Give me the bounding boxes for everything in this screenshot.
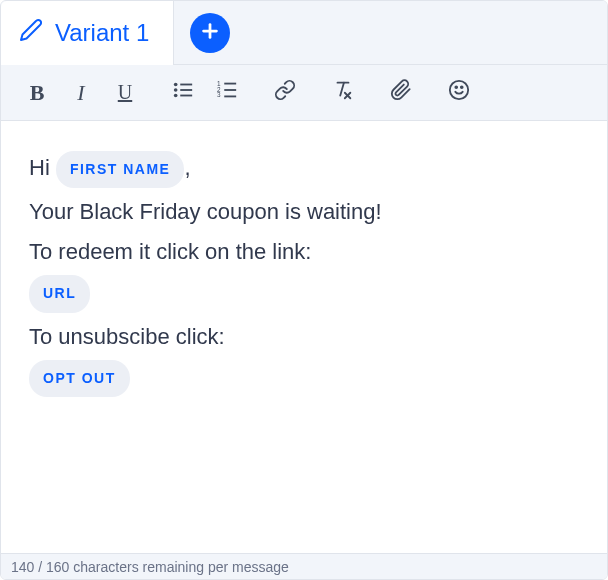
svg-point-16 bbox=[461, 86, 463, 88]
text: Hi bbox=[29, 155, 56, 180]
numbered-list-button[interactable]: 123 bbox=[205, 71, 249, 115]
link-icon bbox=[274, 79, 296, 106]
link-button[interactable] bbox=[263, 71, 307, 115]
svg-rect-7 bbox=[180, 95, 192, 97]
editor-line: Opt Out bbox=[29, 356, 579, 401]
svg-point-2 bbox=[174, 83, 178, 87]
editor-line: URL bbox=[29, 271, 579, 316]
svg-point-15 bbox=[455, 86, 457, 88]
attachment-button[interactable] bbox=[379, 71, 423, 115]
svg-point-3 bbox=[174, 88, 178, 92]
status-bar: 140 / 160 characters remaining per messa… bbox=[1, 553, 607, 579]
bold-button[interactable]: B bbox=[15, 71, 59, 115]
clear-format-icon bbox=[332, 79, 354, 106]
clear-formatting-button[interactable] bbox=[321, 71, 365, 115]
svg-rect-11 bbox=[224, 83, 236, 85]
emoji-button[interactable] bbox=[437, 71, 481, 115]
char-hint: characters remaining per message bbox=[73, 559, 289, 575]
bullet-list-button[interactable] bbox=[161, 71, 205, 115]
bullet-list-icon bbox=[172, 79, 194, 106]
svg-text:3: 3 bbox=[217, 91, 221, 98]
svg-rect-6 bbox=[180, 89, 192, 91]
merge-tag-opt-out[interactable]: Opt Out bbox=[29, 360, 130, 397]
editor-line: Hi First Name, bbox=[29, 147, 579, 192]
svg-rect-5 bbox=[180, 84, 192, 86]
svg-point-14 bbox=[450, 81, 468, 99]
text: , bbox=[184, 155, 190, 180]
tab-bar: Variant 1 bbox=[1, 1, 607, 65]
plus-icon bbox=[199, 20, 221, 46]
pencil-icon bbox=[19, 18, 43, 48]
numbered-list-icon: 123 bbox=[216, 79, 238, 106]
emoji-icon bbox=[448, 79, 470, 106]
merge-tag-first-name[interactable]: First Name bbox=[56, 151, 185, 188]
paperclip-icon bbox=[390, 79, 412, 106]
char-counter: 140 / 160 bbox=[11, 559, 69, 575]
tab-label: Variant 1 bbox=[55, 19, 149, 47]
formatting-toolbar: B I U 123 bbox=[1, 65, 607, 121]
svg-rect-13 bbox=[224, 96, 236, 98]
editor-line: To unsubscibe click: bbox=[29, 317, 579, 357]
tab-variant-1[interactable]: Variant 1 bbox=[1, 1, 174, 65]
editor-line: Your Black Friday coupon is waiting! bbox=[29, 192, 579, 232]
italic-button[interactable]: I bbox=[59, 71, 103, 115]
svg-rect-12 bbox=[224, 89, 236, 91]
message-editor-app: Variant 1 B I U 123 bbox=[0, 0, 608, 580]
merge-tag-url[interactable]: URL bbox=[29, 275, 90, 312]
message-editor[interactable]: Hi First Name, Your Black Friday coupon … bbox=[1, 121, 607, 553]
svg-point-4 bbox=[174, 94, 178, 98]
editor-line: To redeem it click on the link: bbox=[29, 232, 579, 272]
underline-button[interactable]: U bbox=[103, 71, 147, 115]
add-variant-button[interactable] bbox=[190, 13, 230, 53]
